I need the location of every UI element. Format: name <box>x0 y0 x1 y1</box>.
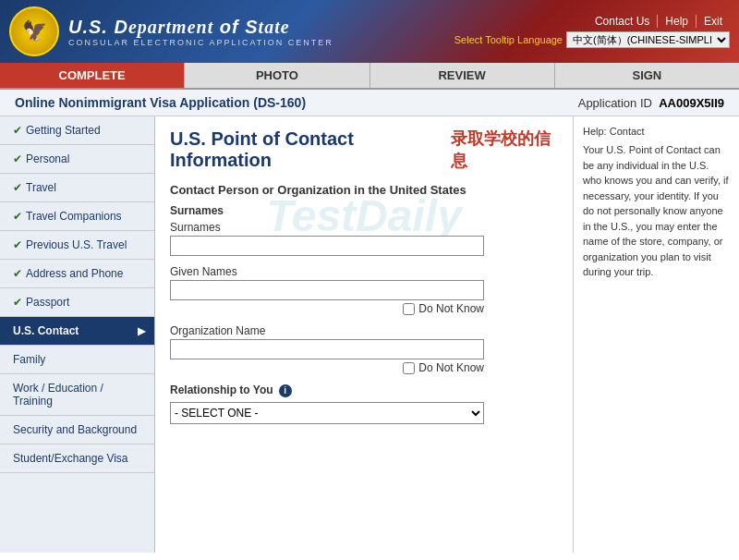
org-name-group: Organization Name Do Not Know <box>170 324 558 374</box>
relationship-select[interactable]: - SELECT ONE - <box>170 402 484 424</box>
given-names-label: Given Names <box>170 265 558 278</box>
tab-sign[interactable]: SIGN <box>555 63 739 88</box>
app-id-label: Application ID <box>578 96 652 110</box>
surnames-group: Surnames <box>170 221 558 256</box>
help-panel: Help: Contact Your U.S. Point of Contact… <box>573 116 739 553</box>
page-title-text: U.S. Point of Contact Information <box>170 128 436 171</box>
check-icon: ✔ <box>13 181 22 194</box>
language-selector: Select Tooltip Language 中文(简体）(CHINESE-S… <box>454 31 730 48</box>
language-select[interactable]: 中文(简体）(CHINESE-SIMPLI <box>566 31 730 48</box>
check-icon: ✔ <box>13 210 22 223</box>
section-header: Contact Person or Organization in the Un… <box>170 183 558 197</box>
given-names-input[interactable] <box>170 280 484 300</box>
content-area: TestDaily U.S. Point of Contact Informat… <box>155 116 573 553</box>
tab-photo[interactable]: PHOTO <box>185 63 370 88</box>
app-id-value: AA009X5II9 <box>659 96 724 110</box>
check-icon: ✔ <box>13 267 22 280</box>
org-do-not-know-checkbox[interactable] <box>403 362 415 374</box>
sidebar-item-student-exchange[interactable]: Student/Exchange Visa <box>0 444 154 473</box>
surnames-input[interactable] <box>170 236 484 256</box>
form-section: Contact Person or Organization in the Un… <box>170 183 558 424</box>
main-content: ✔Getting Started ✔Personal ✔Travel ✔Trav… <box>0 116 739 553</box>
dept-name: U.S. Department of State <box>68 17 333 38</box>
sidebar-item-security-background[interactable]: Security and Background <box>0 416 154 444</box>
arrow-icon: ▶ <box>138 325 145 337</box>
sidebar-item-personal[interactable]: ✔Personal <box>0 145 154 174</box>
org-name-label: Organization Name <box>170 324 558 337</box>
check-icon: ✔ <box>13 296 22 309</box>
nav-tabs: COMPLETE PHOTO REVIEW SIGN <box>0 63 739 90</box>
tab-complete[interactable]: COMPLETE <box>0 63 185 88</box>
page-title: U.S. Point of Contact Information 录取学校的信… <box>170 128 558 172</box>
tab-review[interactable]: REVIEW <box>370 63 555 88</box>
given-names-do-not-know-checkbox[interactable] <box>403 303 415 315</box>
header-right: Contact Us Help Exit Select Tooltip Lang… <box>454 15 730 48</box>
help-topic: Contact <box>610 126 645 137</box>
sidebar: ✔Getting Started ✔Personal ✔Travel ✔Trav… <box>0 116 155 553</box>
sidebar-item-getting-started[interactable]: ✔Getting Started <box>0 116 154 145</box>
help-text: Your U.S. Point of Contact can be any in… <box>583 142 730 280</box>
given-names-group: Given Names Do Not Know <box>170 265 558 315</box>
help-title: Help: Contact <box>583 126 730 137</box>
org-do-not-know-row: Do Not Know <box>170 361 484 374</box>
top-bar: 🦅 U.S. Department of State CONSULAR ELEC… <box>0 0 739 63</box>
sidebar-item-us-contact[interactable]: U.S. Contact ▶ <box>0 317 154 346</box>
sidebar-item-passport[interactable]: ✔Passport <box>0 288 154 317</box>
chinese-subtitle: 录取学校的信息 <box>451 128 558 172</box>
info-icon[interactable]: i <box>279 384 292 397</box>
header-left: 🦅 U.S. Department of State CONSULAR ELEC… <box>9 6 333 56</box>
relationship-label: Relationship to You <box>170 383 273 396</box>
department-title: U.S. Department of State CONSULAR ELECTR… <box>68 17 333 47</box>
org-do-not-know-label: Do Not Know <box>418 361 484 374</box>
check-icon: ✔ <box>13 238 22 251</box>
help-label: Help: <box>583 126 607 137</box>
app-header: Online Nonimmigrant Visa Application (DS… <box>0 90 739 116</box>
lang-label: Select Tooltip Language <box>454 34 563 45</box>
sidebar-item-travel-companions[interactable]: ✔Travel Companions <box>0 202 154 231</box>
subsection-header: Surnames <box>170 204 558 217</box>
sidebar-item-address-phone[interactable]: ✔Address and Phone <box>0 260 154 288</box>
sidebar-item-family[interactable]: Family <box>0 346 154 374</box>
org-name-input[interactable] <box>170 339 484 359</box>
top-nav: Contact Us Help Exit <box>588 15 730 28</box>
exit-link[interactable]: Exit <box>697 15 730 28</box>
consular-title: CONSULAR ELECTRONIC APPLICATION CENTER <box>68 38 333 47</box>
sidebar-item-travel[interactable]: ✔Travel <box>0 174 154 202</box>
us-seal: 🦅 <box>9 6 59 56</box>
sidebar-item-previous-us-travel[interactable]: ✔Previous U.S. Travel <box>0 231 154 260</box>
content-with-help: TestDaily U.S. Point of Contact Informat… <box>155 116 739 553</box>
given-names-do-not-know-label: Do Not Know <box>418 302 484 315</box>
check-icon: ✔ <box>13 152 22 165</box>
help-link[interactable]: Help <box>658 15 697 28</box>
app-title: Online Nonimmigrant Visa Application (DS… <box>15 95 306 110</box>
app-id: Application ID AA009X5II9 <box>578 96 724 110</box>
given-names-do-not-know-row: Do Not Know <box>170 302 484 315</box>
contact-us-link[interactable]: Contact Us <box>588 15 658 28</box>
relationship-select-wrapper: - SELECT ONE - <box>170 402 558 424</box>
surnames-label: Surnames <box>170 221 558 234</box>
sidebar-item-work-education[interactable]: Work / Education / Training <box>0 374 154 416</box>
check-icon: ✔ <box>13 124 22 137</box>
relationship-group: Relationship to You i <box>170 383 558 398</box>
